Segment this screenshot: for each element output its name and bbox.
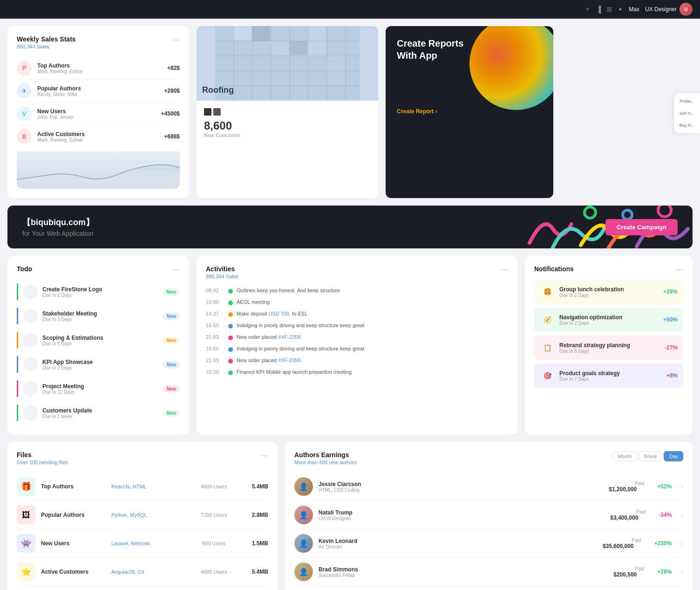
chart-icon[interactable]: ▐: [596, 6, 601, 13]
file-tech[interactable]: Laravel, Metronic: [111, 541, 176, 546]
stats-item: ✈ Popular Authors Randy, Steve, Mike +28…: [17, 80, 180, 103]
activity-link[interactable]: #XF-2356.: [278, 357, 302, 363]
period-month-button[interactable]: Month: [612, 451, 637, 461]
author-info: Kevin Leonard Art Director: [319, 538, 597, 549]
author-item: 👤 Brad Simmons Successful Fellas Paid $2…: [294, 558, 683, 586]
stats-info: New Users John, Pat, Jimmy: [37, 108, 161, 120]
todo-priority-bar: [17, 405, 18, 421]
notif-info: Product goals strategy Due In 7 Days: [559, 370, 662, 382]
todo-item: Scoping & Estimations Due In 5 Days New: [17, 328, 180, 352]
chevron-right-icon[interactable]: ›: [681, 483, 683, 490]
todo-title: Todo: [17, 265, 32, 273]
todo-priority-bar: [17, 308, 18, 324]
notif-icon: 🍔: [540, 284, 555, 299]
activity-time: 16:50: [206, 346, 224, 351]
chevron-right-icon[interactable]: ›: [681, 568, 683, 576]
file-tech[interactable]: Python, MySQL: [111, 512, 176, 518]
svg-rect-16: [327, 56, 345, 85]
activity-time: 08:42: [206, 288, 224, 293]
todo-info: Create FireStone Logo Due In 2 Days: [42, 286, 158, 298]
side-panel-item[interactable]: Get H...: [678, 109, 696, 117]
user-name: Max: [629, 6, 639, 13]
notification-item[interactable]: 📋 Rebrand strategy planning Due In 5 Day…: [534, 336, 683, 360]
activity-item: 10:30 Finance KPI Mobile app launch prep…: [206, 366, 508, 378]
author-name: Brad Simmons: [319, 566, 608, 573]
todo-name: Customers Update: [42, 407, 158, 414]
topbar: ⚬ ▐ ⊞ ✦ Max UX Designer M: [0, 0, 700, 19]
activities-menu[interactable]: ⋯: [501, 265, 508, 274]
stats-value: +686$: [164, 133, 180, 140]
notif-value: +8%: [666, 372, 678, 379]
earnings-title: Authors Earnings: [294, 451, 357, 459]
files-list: 🎁 Top Authors ReactJs, HTML 4600 Users 5…: [17, 473, 268, 586]
activity-text: Make deposit USD 700. to ESL: [237, 311, 307, 316]
search-icon[interactable]: ⚬: [585, 6, 591, 13]
activity-dot: [228, 347, 233, 352]
file-size: 2.8MB: [252, 512, 268, 518]
period-day-button[interactable]: Day: [664, 451, 683, 461]
activity-item: 21:03 New order placed #XF-2356.: [206, 355, 508, 366]
author-amount: $200,500: [613, 571, 637, 578]
todo-menu[interactable]: ⋯: [172, 265, 180, 274]
file-name: Active Customers: [41, 569, 106, 575]
file-name: New Users: [41, 540, 106, 547]
notification-item[interactable]: 🍔 Group lunch celebration Due In 2 Days …: [534, 280, 683, 304]
svg-point-20: [623, 210, 632, 220]
todo-item: Create FireStone Logo Due In 2 Days New: [17, 280, 180, 304]
author-role: UI/UX Designer: [319, 516, 605, 521]
activity-link[interactable]: #XF-2356.: [278, 334, 302, 340]
weekly-stats-subtitle: 890,344 Sales: [17, 44, 76, 49]
activity-item: 16:50 Indulging in poorly driving and ke…: [206, 320, 508, 331]
notification-item[interactable]: 🎯 Product goals strategy Due In 7 Days +…: [534, 364, 683, 388]
file-tech[interactable]: AngularJS, C#: [111, 569, 176, 575]
notif-value: -27%: [665, 344, 678, 351]
roofing-card: Roofing 8,600 New Customers: [197, 26, 378, 198]
stats-value: +82$: [167, 65, 180, 71]
author-paid-label: Paid: [603, 538, 641, 543]
notif-due: Due In 5 Days: [559, 349, 660, 354]
activity-time: 21:03: [206, 334, 224, 340]
activity-time: 10:30: [206, 369, 224, 375]
period-week-button[interactable]: Week: [639, 451, 662, 461]
activity-dot: [228, 336, 233, 340]
notifications-list: 🍔 Group lunch celebration Due In 2 Days …: [534, 280, 683, 388]
file-item: 🎁 Top Authors ReactJs, HTML 4600 Users 5…: [17, 473, 268, 501]
notifications-menu[interactable]: ⋯: [676, 265, 683, 274]
user-profile[interactable]: Max UX Designer M: [629, 3, 693, 16]
files-subtitle: Over 100 pending files: [17, 460, 68, 465]
weekly-stats-menu[interactable]: ⋯: [172, 35, 180, 44]
grid-icon[interactable]: ⊞: [606, 6, 612, 13]
notif-icon: 📋: [540, 340, 555, 355]
todo-name: Scoping & Estimations: [42, 335, 158, 341]
file-item: ⭐ Active Customers AngularJS, C# 4600 Us…: [17, 558, 268, 586]
settings-icon[interactable]: ✦: [618, 6, 623, 13]
row-2: Todo ⋯ Create FireStone Logo Due In 2 Da…: [7, 256, 693, 434]
files-menu[interactable]: ⋯: [261, 451, 268, 460]
notification-item[interactable]: 🧭 Navigation optimization Due In 2 Days …: [534, 308, 683, 332]
svg-rect-15: [308, 26, 326, 56]
author-avatar: 👤: [294, 506, 313, 524]
chevron-right-icon[interactable]: ›: [681, 511, 683, 519]
file-size: 5.4MB: [252, 569, 268, 575]
activity-item: 10:00 AEOL meeting: [206, 296, 508, 308]
stats-name: New Users: [37, 108, 161, 115]
author-amount: $3,400,000: [610, 515, 638, 521]
avatar[interactable]: M: [680, 3, 693, 16]
roofing-image: Roofing: [197, 26, 378, 101]
activity-dot: [228, 312, 233, 317]
author-info: Brad Simmons Successful Fellas: [319, 566, 608, 578]
activity-link[interactable]: USD 700.: [268, 311, 291, 316]
create-campaign-button[interactable]: Create Campaign: [605, 219, 678, 235]
notif-icon: 🎯: [540, 368, 555, 383]
todo-name: KPI App Showcase: [42, 359, 158, 365]
activity-time: 10:00: [206, 299, 224, 305]
activity-text: Indulging in poorly driving and keep str…: [237, 322, 364, 328]
file-item: 👾 New Users Laravel, Metronic 890 Users …: [17, 529, 268, 558]
chevron-right-icon[interactable]: ›: [681, 540, 683, 547]
todo-badge: New: [163, 288, 180, 295]
file-tech[interactable]: ReactJs, HTML: [111, 484, 176, 489]
todo-avatar: [23, 333, 38, 348]
side-panel-item[interactable]: Prebu...: [678, 97, 696, 105]
side-panel-item[interactable]: Buy N...: [678, 121, 696, 130]
create-report-link[interactable]: Create Report ›: [397, 108, 542, 115]
